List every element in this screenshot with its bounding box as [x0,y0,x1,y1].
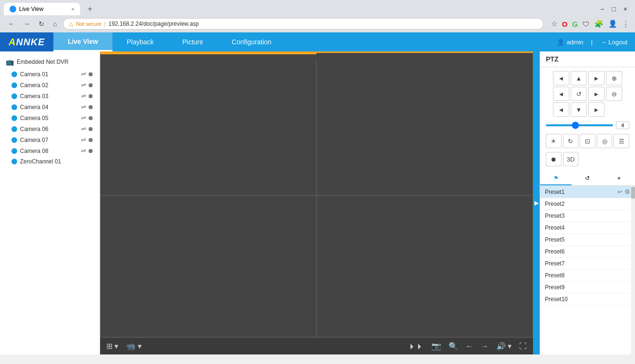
camera-stream-icon[interactable]: ⇌ [81,92,86,100]
ptz-refresh-button[interactable]: ↻ [563,134,579,148]
ptz-record-button[interactable]: ⏺ [546,152,562,166]
camera-stream-icon[interactable]: ⇌ [81,71,86,78]
opera-icon[interactable]: O [562,20,568,28]
ptz-menu-button[interactable]: ☰ [614,134,629,148]
sidebar-item-camera07[interactable]: Camera 07 ⇌ ⏺ [0,134,100,145]
minimize-button[interactable]: − [600,5,604,13]
preset-item-8[interactable]: Preset8 [540,270,635,282]
home-button[interactable]: ⌂ [51,19,59,29]
camera-record-icon[interactable]: ⏺ [88,92,94,100]
menu-icon[interactable]: ⋮ [622,20,629,28]
video-cell-4[interactable] [317,195,533,338]
preset-item-10[interactable]: Preset10 [540,293,635,305]
camera-stream-icon[interactable]: ⇌ [81,136,86,143]
shield-icon[interactable]: 🛡 [583,20,590,28]
vpn-icon[interactable]: G [572,20,578,28]
logout-button[interactable]: → Logout [600,39,627,46]
preset-call-button[interactable]: ↩ [617,188,623,195]
nav-tab-configuration[interactable]: Configuration [217,32,286,51]
preset-item-5[interactable]: Preset5 [540,234,635,246]
preset-scrollbar[interactable] [631,186,635,354]
address-bar[interactable]: △ Not secure | 192.168.2.24/doc/page/pre… [63,18,543,30]
extensions-icon[interactable]: 🧩 [594,20,604,28]
back-button[interactable]: ← [6,19,17,29]
camera-record-icon[interactable]: ⏺ [88,71,94,78]
sidebar-item-camera02[interactable]: Camera 02 ⇌ ⏺ [0,80,100,91]
layout-button[interactable]: ⊞ ▾ [104,341,121,352]
next-button[interactable]: → [479,341,491,352]
camera-record-icon[interactable]: ⏺ [88,103,94,111]
camera-stream-icon[interactable]: ⇌ [81,81,86,89]
ptz-zoomout-button[interactable]: ⊖ [606,87,622,101]
new-tab-button[interactable]: + [84,3,96,15]
camera-stream-icon[interactable]: ⇌ [81,114,86,121]
nav-tab-live-view[interactable]: Live View [53,32,113,51]
preset-item-2[interactable]: Preset2 [540,198,635,210]
preset-item-1[interactable]: Preset1 ↩ ⚙ [540,186,635,198]
close-window-button[interactable]: × [624,5,627,13]
ptz-tab-pattern[interactable]: ⌖ [604,172,635,185]
camera-record-icon[interactable]: ⏺ [88,114,94,121]
maximize-button[interactable]: □ [612,5,615,13]
ptz-tab-patrol[interactable]: ↺ [572,172,603,185]
ptz-iris-button[interactable]: ◎ [597,134,613,148]
preset-item-3[interactable]: Preset3 [540,210,635,222]
sidebar-item-zerochannel01[interactable]: ZeroChannel 01 [0,156,100,167]
preset-item-6[interactable]: Preset6 [540,246,635,258]
add-stream-button[interactable]: 📹 ▾ [123,341,143,352]
sidebar-item-camera01[interactable]: Camera 01 ⇌ ⏺ [0,69,100,80]
ptz-downleft-button[interactable]: ◄ [553,102,569,117]
ptz-downright-button[interactable]: ► [588,102,604,117]
ptz-speed-value[interactable]: 4 [616,121,629,129]
ptz-up-button[interactable]: ▲ [571,71,587,85]
forward-button[interactable]: → [21,19,32,29]
prev-button[interactable]: ← [463,341,476,352]
preset-settings-button[interactable]: ⚙ [625,188,630,195]
browser-tab[interactable]: Live View × [4,3,80,15]
video-cell-3[interactable] [100,195,317,338]
nav-tab-picture[interactable]: Picture [168,32,218,51]
ptz-collapse-button[interactable]: ▶ [533,51,540,354]
ptz-left-button[interactable]: ◄ [553,87,569,101]
preset-item-7[interactable]: Preset7 [540,258,635,270]
camera-record-icon[interactable]: ⏺ [88,147,94,154]
ptz-upleft-button[interactable]: ◄ [553,71,569,85]
ptz-tab-preset[interactable]: ⚑ [540,172,572,185]
volume-button[interactable]: 🔊 ▾ [494,341,514,352]
scrollbar-thumb[interactable] [631,187,635,199]
sidebar-item-camera06[interactable]: Camera 06 ⇌ ⏺ [0,123,100,134]
ptz-zoomin-button[interactable]: ⊕ [606,71,622,85]
divider: | [591,39,593,46]
video-cell-1[interactable] [100,53,317,195]
sidebar-item-camera04[interactable]: Camera 04 ⇌ ⏺ [0,101,100,112]
bookmark-icon[interactable]: ☆ [551,20,557,28]
profile-icon[interactable]: 👤 [608,20,617,28]
snapshot-button[interactable]: 📷 [429,341,443,352]
ptz-light-button[interactable]: ☀ [546,134,562,148]
video-cell-2[interactable] [317,53,533,195]
sidebar-item-camera05[interactable]: Camera 05 ⇌ ⏺ [0,112,100,123]
preset-item-4[interactable]: Preset4 [540,222,635,234]
ptz-right-button[interactable]: ► [588,87,604,101]
camera-record-icon[interactable]: ⏺ [88,81,94,89]
start-all-button[interactable]: ⏵⏵ [406,341,426,352]
fullscreen-button[interactable]: ⛶ [517,341,529,352]
nav-tab-playback[interactable]: Playback [113,32,168,51]
tab-close-button[interactable]: × [72,6,74,12]
preset-item-9[interactable]: Preset9 [540,282,635,293]
ptz-down-button[interactable]: ▼ [571,102,587,117]
sidebar-item-camera08[interactable]: Camera 08 ⇌ ⏺ [0,145,100,156]
ptz-speed-slider[interactable] [546,124,613,126]
ptz-upright-button[interactable]: ► [588,71,604,85]
camera-record-icon[interactable]: ⏺ [88,136,94,143]
ptz-3d-button[interactable]: 3D [563,152,579,166]
camera-stream-icon[interactable]: ⇌ [81,125,86,132]
camera-stream-icon[interactable]: ⇌ [81,147,86,154]
camera-stream-icon[interactable]: ⇌ [81,103,86,111]
sidebar-item-camera03[interactable]: Camera 03 ⇌ ⏺ [0,91,100,101]
ptz-center-button[interactable]: ↺ [571,87,587,101]
camera-record-icon[interactable]: ⏺ [88,125,94,132]
reload-button[interactable]: ↻ [36,19,47,29]
zoom-button[interactable]: 🔍 [446,341,461,352]
ptz-center2-button[interactable]: ⊡ [580,134,595,148]
